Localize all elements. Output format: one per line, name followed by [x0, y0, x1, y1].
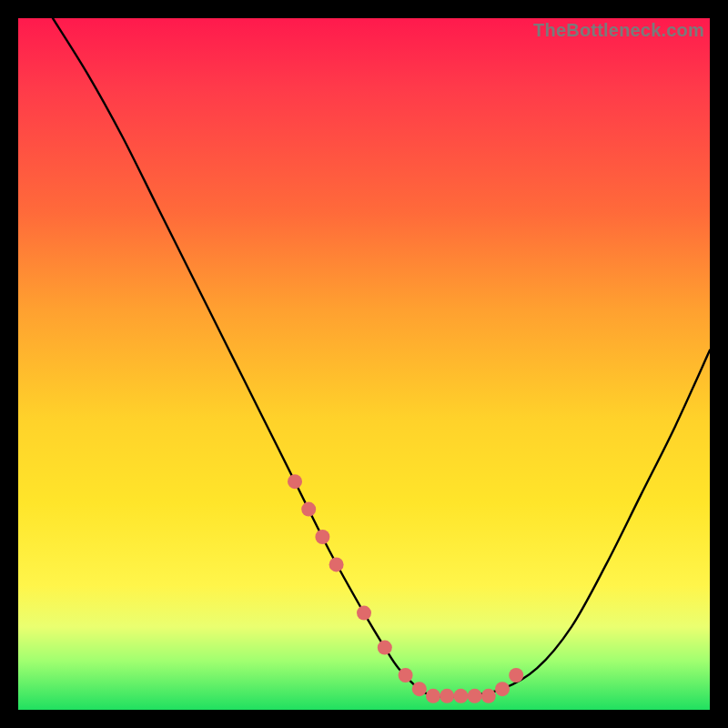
highlight-dot — [440, 689, 454, 703]
highlight-dot — [329, 557, 344, 571]
highlight-dot — [509, 668, 523, 682]
highlight-dot — [399, 668, 413, 682]
highlight-dot — [288, 474, 302, 489]
highlight-dot — [412, 682, 427, 696]
highlight-dot — [481, 689, 496, 703]
plot-area: TheBottleneck.com — [18, 18, 710, 710]
highlight-dot — [453, 689, 468, 703]
highlight-dot — [301, 502, 316, 517]
highlight-dot — [495, 682, 510, 696]
bottleneck-curve-svg — [18, 18, 710, 710]
highlight-dot — [426, 689, 440, 703]
highlight-dot — [357, 606, 371, 621]
highlight-dot — [468, 689, 482, 703]
highlight-dot — [378, 641, 392, 655]
optimal-range-dots — [288, 474, 523, 703]
chart-stage: TheBottleneck.com — [0, 0, 728, 728]
bottleneck-curve-path — [53, 18, 710, 696]
highlight-dot — [315, 530, 329, 544]
